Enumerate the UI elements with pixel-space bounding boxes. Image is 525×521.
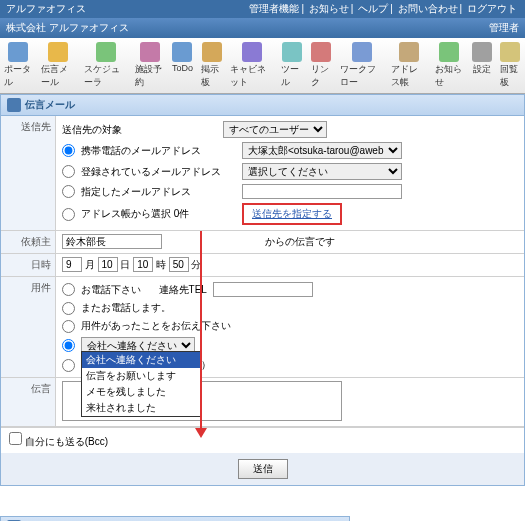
section-header-1: 伝言メール — [0, 94, 525, 116]
label-mobile: 携帯電話のメールアドレス — [81, 144, 236, 158]
radio-addressbook[interactable] — [62, 208, 75, 221]
label-specified: 指定したメールアドレス — [81, 185, 236, 199]
requester-input[interactable] — [62, 234, 162, 249]
arrow-head-icon — [195, 428, 207, 444]
specified-input[interactable] — [242, 184, 402, 199]
radio-registered[interactable] — [62, 165, 75, 178]
toolbar-ツール[interactable]: ツール — [277, 40, 306, 91]
toolbar-label: スケジューラ — [84, 63, 127, 89]
toolbar-icon — [311, 42, 331, 62]
hour-suf: 時 — [156, 259, 166, 270]
radio-dropdown[interactable] — [62, 339, 75, 352]
toolbar-icon — [282, 42, 302, 62]
toolbar-回覧板[interactable]: 回覧板 — [496, 40, 525, 91]
radio-inform[interactable] — [62, 320, 75, 333]
toolbar: ポータル伝言メールスケジューラ施設予約ToDo掲示板キャビネットツールリンクワー… — [0, 38, 525, 94]
toolbar-label: 設定 — [473, 63, 491, 76]
toolbar-icon — [48, 42, 68, 62]
toolbar-ToDo[interactable]: ToDo — [168, 40, 197, 91]
label-addressbook: アドレス帳から選択 0件 — [81, 207, 236, 221]
radio-callback[interactable] — [62, 283, 75, 296]
toolbar-icon — [439, 42, 459, 62]
target-label: 送信先の対象 — [62, 123, 217, 137]
dd-option-0[interactable]: 会社へ連絡ください — [82, 352, 200, 368]
toolbar-label: 回覧板 — [500, 63, 521, 89]
submit-button[interactable]: 送信 — [238, 459, 288, 479]
toolbar-label: リンク — [311, 63, 332, 89]
link-logout[interactable]: ログアウト — [467, 3, 517, 14]
toolbar-ポータル[interactable]: ポータル — [0, 40, 37, 91]
app-name: アルファオフィス — [6, 2, 86, 16]
registered-select[interactable]: 選択してください — [242, 163, 402, 180]
label-datetime: 日時 — [1, 254, 56, 276]
day-suf: 日 — [120, 259, 130, 270]
toolbar-リンク[interactable]: リンク — [307, 40, 336, 91]
toolbar-スケジューラ[interactable]: スケジューラ — [80, 40, 131, 91]
label-callagain: またお電話します。 — [81, 301, 171, 315]
label-sendto: 送信先 — [1, 116, 56, 230]
toolbar-掲示板[interactable]: 掲示板 — [197, 40, 226, 91]
toolbar-label: 伝言メール — [41, 63, 77, 89]
toolbar-icon — [140, 42, 160, 62]
link-admin[interactable]: 管理者機能 — [249, 3, 299, 14]
link-help[interactable]: ヘルプ — [358, 3, 388, 14]
requester-suffix: からの伝言です — [265, 236, 335, 247]
mobile-select[interactable]: 大塚太郎<otsuka-tarou@aweb-aoffice.jp> — [242, 142, 402, 159]
month-input[interactable] — [62, 257, 82, 272]
link-contact[interactable]: お問い合わせ — [398, 3, 458, 14]
toolbar-label: ワークフロー — [340, 63, 383, 89]
day-input[interactable] — [98, 257, 118, 272]
toolbar-icon — [399, 42, 419, 62]
toolbar-icon — [472, 42, 492, 62]
message-icon — [7, 98, 21, 112]
label-registered: 登録されているメールアドレス — [81, 165, 236, 179]
toolbar-label: ToDo — [172, 63, 193, 73]
label-inform: 用件があったことをお伝え下さい — [81, 319, 231, 333]
toolbar-icon — [352, 42, 372, 62]
toolbar-icon — [202, 42, 222, 62]
link-notice[interactable]: お知らせ — [309, 3, 349, 14]
label-callback: お電話下さい — [81, 283, 141, 297]
dd-option-1[interactable]: 伝言をお願いします — [82, 368, 200, 384]
bcc-label: 自分にも送る(Bcc) — [25, 436, 108, 447]
top-links: 管理者機能| お知らせ| ヘルプ| お問い合わせ| ログアウト — [247, 2, 519, 16]
toolbar-icon — [242, 42, 262, 62]
toolbar-アドレス帳[interactable]: アドレス帳 — [387, 40, 431, 91]
toolbar-伝言メール[interactable]: 伝言メール — [37, 40, 81, 91]
radio-mobile[interactable] — [62, 144, 75, 157]
toolbar-icon — [96, 42, 116, 62]
min-input[interactable] — [169, 257, 189, 272]
toolbar-施設予約[interactable]: 施設予約 — [131, 40, 168, 91]
toolbar-label: アドレス帳 — [391, 63, 427, 89]
user-name: 管理者 — [489, 21, 519, 35]
toolbar-ワークフロー[interactable]: ワークフロー — [336, 40, 387, 91]
toolbar-label: お知らせ — [435, 63, 464, 89]
section-title-1: 伝言メール — [25, 98, 75, 112]
specify-link[interactable]: 送信先を指定する — [252, 208, 332, 219]
arrow-line — [200, 231, 202, 431]
hour-input[interactable] — [133, 257, 153, 272]
company-name: 株式会社 アルファオフィス — [6, 21, 129, 35]
specify-link-box: 送信先を指定する — [242, 203, 342, 225]
dd-option-3[interactable]: 来社されました — [82, 400, 200, 416]
dropdown-list: 会社へ連絡ください 伝言をお願いします メモを残しました 来社されました — [81, 351, 201, 417]
tel-input[interactable] — [213, 282, 313, 297]
target-select[interactable]: すべてのユーザー — [223, 121, 327, 138]
label-subject: 用件 — [1, 277, 56, 377]
month-suf: 月 — [85, 259, 95, 270]
toolbar-設定[interactable]: 設定 — [468, 40, 496, 91]
toolbar-icon — [500, 42, 520, 62]
section-header-2: 伝言メール — [0, 516, 350, 521]
toolbar-icon — [172, 42, 192, 62]
bcc-checkbox[interactable] — [9, 432, 22, 445]
toolbar-icon — [8, 42, 28, 62]
toolbar-キャビネット[interactable]: キャビネット — [226, 40, 277, 91]
label-message: 伝言 — [1, 378, 56, 426]
radio-other[interactable] — [62, 359, 75, 372]
label-requester: 依頼主 — [1, 231, 56, 253]
radio-callagain[interactable] — [62, 302, 75, 315]
dd-option-2[interactable]: メモを残しました — [82, 384, 200, 400]
toolbar-label: 施設予約 — [135, 63, 164, 89]
toolbar-お知らせ[interactable]: お知らせ — [431, 40, 468, 91]
radio-specified[interactable] — [62, 185, 75, 198]
